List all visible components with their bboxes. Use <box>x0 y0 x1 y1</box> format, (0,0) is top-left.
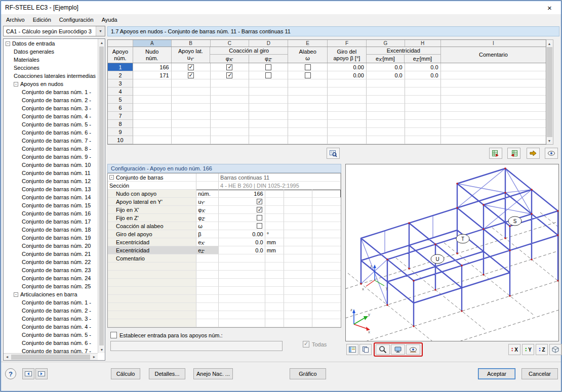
config-row[interactable] <box>108 287 341 295</box>
lateral-support-cell[interactable] <box>172 112 211 120</box>
table-row[interactable]: 2 171 0.00 0.0 0.0 <box>108 71 546 79</box>
menu-item[interactable]: Configuración <box>55 15 98 24</box>
apply-checkbox[interactable] <box>110 332 117 338</box>
config-value[interactable]: 4 - HE B 260 | DIN 1025-2:1995 <box>219 182 341 190</box>
dock-navigator-button[interactable] <box>22 368 34 379</box>
tree-vertical-scrollbar[interactable]: ▲ ▼ <box>98 39 105 353</box>
tree-item[interactable]: Conjunto de barras núm. 4 - <box>4 112 98 120</box>
help-button[interactable]: ? <box>5 368 16 379</box>
config-value[interactable] <box>219 279 265 287</box>
rotation-cell[interactable]: 0.00 <box>328 71 367 79</box>
table-row[interactable]: 6 <box>108 104 546 112</box>
table-row[interactable]: 4 <box>108 88 546 96</box>
tree-item[interactable]: Conjunto de barras núm. 6 - <box>4 339 98 347</box>
tree-item[interactable]: Conjunto de barras núm. 25 <box>4 282 98 290</box>
tree-horizontal-scrollbar[interactable]: ◄ ► <box>4 353 98 360</box>
config-checkbox[interactable] <box>257 223 262 229</box>
isometric-view-button[interactable] <box>549 344 561 355</box>
node-number-cell[interactable]: 171 <box>133 71 172 79</box>
table-row[interactable]: 8 <box>108 120 546 128</box>
tree-item[interactable]: Conjunto de barras núm. 11 <box>4 169 98 177</box>
rotation-cell[interactable] <box>328 96 367 104</box>
eccentricity-z-cell[interactable] <box>405 136 441 144</box>
zoom-button[interactable] <box>376 344 390 355</box>
scroll-down-icon[interactable]: ▼ <box>98 346 105 353</box>
config-row[interactable] <box>108 263 341 271</box>
tree-item[interactable]: Conjunto de barras núm. 24 <box>4 274 98 282</box>
warping-checkbox[interactable] <box>305 64 311 70</box>
todas-checkbox[interactable] <box>303 341 309 347</box>
table-row[interactable]: 3 <box>108 79 546 88</box>
view-z-button[interactable]: ▲▼ Z <box>536 344 548 355</box>
rotation-cell[interactable] <box>328 88 367 96</box>
table-row[interactable]: 5 <box>108 96 546 104</box>
scroll-left-icon[interactable]: ◄ <box>4 354 11 361</box>
comment-cell[interactable] <box>441 88 546 96</box>
expander-icon[interactable] <box>14 82 18 86</box>
config-row[interactable] <box>108 319 341 327</box>
chevron-down-icon[interactable]: ▼ <box>96 26 105 36</box>
restraint-x-checkbox[interactable] <box>226 72 232 78</box>
config-value[interactable]: 0.0 <box>219 238 265 246</box>
scroll-up-icon[interactable]: ▲ <box>546 40 553 47</box>
scrollbar-thumb[interactable] <box>547 47 552 137</box>
rotation-cell[interactable] <box>328 79 367 88</box>
node-number-cell[interactable] <box>133 128 172 136</box>
tree-item[interactable]: Conjunto de barras núm. 9 - <box>4 153 98 161</box>
config-value[interactable]: 0.00 <box>219 230 265 238</box>
restraint-z-checkbox[interactable] <box>265 64 271 70</box>
warping-cell[interactable] <box>288 112 328 120</box>
cancelar-button[interactable]: Cancelar <box>521 368 558 379</box>
column-letter[interactable]: E <box>288 40 328 47</box>
eccentricity-x-cell[interactable] <box>367 136 405 144</box>
rotation-cell[interactable]: 0.00 <box>328 63 367 71</box>
config-value[interactable] <box>219 263 265 271</box>
config-row[interactable]: Sección 4 - HE B 260 | DIN 1025-2:1995 <box>108 182 341 190</box>
scroll-up-icon[interactable]: ▲ <box>98 39 105 46</box>
rotation-cell[interactable] <box>328 104 367 112</box>
lateral-support-checkbox[interactable] <box>188 64 194 70</box>
node-number-cell[interactable]: 166 <box>133 63 172 71</box>
restraint-z-cell[interactable] <box>249 79 288 88</box>
comment-cell[interactable] <box>441 71 546 79</box>
node-number-cell[interactable] <box>133 120 172 128</box>
config-row[interactable] <box>108 271 341 279</box>
config-checkbox[interactable] <box>257 207 262 212</box>
config-row[interactable] <box>108 303 341 311</box>
scroll-down-icon[interactable]: ▼ <box>546 137 553 144</box>
eccentricity-z-cell[interactable] <box>405 96 441 104</box>
tree-item[interactable]: Materiales <box>4 56 98 64</box>
column-letter[interactable]: G <box>367 40 405 47</box>
restraint-x-cell[interactable] <box>211 96 250 104</box>
tree-item[interactable]: Conjunto de barras núm. 20 <box>4 242 98 250</box>
restraint-x-cell[interactable] <box>211 120 250 128</box>
tree-item[interactable]: Conjunto de barras núm. 23 <box>4 266 98 274</box>
tree-item[interactable]: Conjunto de barras núm. 8 - <box>4 145 98 153</box>
row-number-cell[interactable]: 5 <box>108 96 133 104</box>
config-checkbox[interactable] <box>257 199 262 204</box>
eccentricity-x-cell[interactable]: 0.0 <box>367 71 405 79</box>
eccentricity-x-cell[interactable] <box>367 79 405 88</box>
row-number-cell[interactable]: 3 <box>108 79 133 88</box>
eccentricity-z-cell[interactable] <box>405 79 441 88</box>
config-value[interactable]: 0.0 <box>219 246 265 254</box>
config-row[interactable]: Fijo en X' φX' <box>108 206 341 214</box>
comment-cell[interactable] <box>441 96 546 104</box>
tree-item[interactable]: Apoyos en nudos <box>4 80 98 88</box>
eccentricity-z-cell[interactable] <box>405 112 441 120</box>
menu-item[interactable]: Ayuda <box>98 15 122 24</box>
column-letter[interactable]: A <box>133 40 172 47</box>
expander-icon[interactable] <box>109 175 114 180</box>
node-number-cell[interactable] <box>133 104 172 112</box>
table-row[interactable]: 10 <box>108 136 546 144</box>
column-letter[interactable]: D <box>249 40 288 47</box>
anejo-nacional-button[interactable]: Anejo Nac. ... <box>193 368 233 379</box>
config-value[interactable] <box>219 303 265 311</box>
tree-item[interactable]: Conjunto de barras núm. 13 <box>4 185 98 193</box>
config-value[interactable] <box>219 287 265 295</box>
restraint-x-cell[interactable] <box>211 112 250 120</box>
grafico-button[interactable]: Gráfico <box>290 368 326 379</box>
excel-import-button[interactable] <box>507 148 520 159</box>
lateral-support-cell[interactable] <box>172 136 211 144</box>
expander-icon[interactable] <box>6 41 10 46</box>
